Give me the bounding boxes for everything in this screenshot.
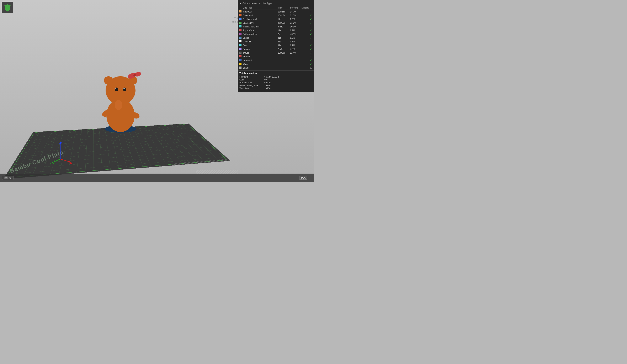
model-thumbnail[interactable] [2,2,13,13]
color-swatch-top-surface [239,29,243,32]
swatch [239,18,242,20]
display-check[interactable]: ✓ [302,55,312,58]
display-check[interactable]: □ [302,66,312,69]
total-cost-row: Cost: 0.48 [239,78,312,81]
color-swatch-overhang-wall [239,18,243,20]
table-row-internal-solid-infill[interactable]: Internal solid infill 9m4s 10.3% ✓ [239,25,313,28]
total-title: Total estimation [239,72,312,74]
table-row-retract[interactable]: Retract ✓ [239,55,313,58]
table-row-unretract[interactable]: Unretract ✓ [239,58,313,62]
color-swatch-outer-wall [239,14,243,17]
display-check[interactable]: ✓ [302,51,312,54]
line-type-toggle[interactable]: ▼ Line Type [259,2,272,4]
svg-line-22 [52,159,60,163]
color-scheme-label: Color scheme [243,2,257,4]
row-percent-bottom-surface: <0.1% [290,33,302,35]
row-label-gap-infill: Gap infill [243,40,278,43]
row-time-overhang-wall: 17s [278,18,290,20]
swatch [239,55,242,57]
svg-text:Z: Z [61,141,62,144]
filament-value: 6.01 m 19.10 g [264,75,312,78]
display-check[interactable]: ✓ [302,33,312,36]
display-check[interactable]: ✓ [302,21,312,24]
display-check[interactable]: ✓ [302,59,312,62]
row-label-bottom-surface: Bottom surface [243,33,278,35]
total-model-print-row: Model printing time: 1h22m [239,84,312,87]
model-3d [100,63,141,134]
display-check[interactable]: ✓ [302,29,312,32]
svg-point-9 [134,71,141,77]
svg-point-5 [105,76,136,104]
svg-point-10 [133,74,136,76]
display-check[interactable]: ✓ [302,44,312,47]
row-label-seams: Seams [243,66,278,69]
table-row-seams[interactable]: Seams □ [239,66,313,70]
svg-line-19 [60,159,71,162]
color-swatch-internal-solid-infill [239,25,243,28]
side-number-2: 69.96 [232,20,238,24]
row-percent-internal-solid-infill: 10.3% [290,25,302,28]
display-check[interactable]: ✓ [302,18,312,21]
cost-value: 0.48 [264,78,312,81]
svg-point-3 [130,111,141,119]
svg-point-28 [8,5,11,7]
row-percent-sparse-infill: 31.2% [290,22,302,24]
swatch [239,37,242,39]
total-filament-row: Filament: 6.01 m 19.10 g [239,75,312,78]
row-label-wipe: Wipe [243,63,278,65]
display-check[interactable]: ✓ [302,25,312,28]
display-check[interactable]: ✓ [302,62,312,65]
side-number-1: 873 [232,17,238,20]
table-row-outer-wall[interactable]: Outer wall 18m45s 21.3% ✓ [239,13,313,17]
axes-indicator: Z X Y [48,140,73,165]
viewport-3d[interactable]: Bambu Cool Plate [0,0,314,182]
color-swatch-sparse-infill [239,22,243,24]
swatch [239,63,242,65]
row-label-custom: Custom [243,48,278,50]
display-check[interactable]: ✓ [302,40,312,43]
svg-rect-4 [115,96,126,102]
table-row-wipe[interactable]: Wipe ✓ [239,62,313,66]
color-swatch-custom [239,48,243,50]
row-time-sparse-infill: 27m33s [278,22,290,24]
display-check[interactable]: ✓ [302,10,312,13]
row-time-inner-wall: 12m58s [278,10,290,13]
table-row-gap-infill[interactable]: Gap infill 31s 0.6% ✓ [239,40,313,44]
table-header-row: Line Type Time Percent Display [239,6,313,10]
table-row-travel[interactable]: Travel 10m56s 12.4% ✓ [239,51,313,55]
svg-point-8 [127,72,137,80]
swatch [239,25,242,27]
svg-point-14 [123,88,125,89]
color-swatch-retract [239,55,243,58]
table-row-bottom-surface[interactable]: Bottom surface 2s <0.1% ✓ [239,32,313,36]
row-percent-bridge: 0.6% [290,37,302,39]
table-row-inner-wall[interactable]: Inner wall 12m58s 14.7% ✓ [239,10,313,13]
swatch [239,33,242,35]
plate-icon: ⊞ [4,176,8,179]
row-label-unretract: Unretract [243,59,278,61]
row-percent-brim: 0.7% [290,44,302,47]
table-row-custom[interactable]: Custom 7m0s 7.9% ✓ [239,47,313,51]
pla-badge[interactable]: PLA [299,176,307,180]
table-row-bridge[interactable]: Bridge 31s 0.6% ✓ [239,36,313,40]
table-row-sparse-infill[interactable]: Sparse infill 27m33s 31.2% ✓ [239,21,313,25]
row-time-bottom-surface: 2s [278,33,290,35]
display-check[interactable]: ✓ [302,14,312,17]
row-label-inner-wall: Inner wall [243,10,278,13]
plate-button[interactable]: ⊞ H3 [2,176,13,180]
table-row-top-surface[interactable]: Top surface 12s 0.2% ✓ [239,28,313,32]
color-scheme-toggle[interactable]: ▼ Color scheme [239,2,257,4]
row-label-top-surface: Top surface [243,29,278,32]
row-label-brim: Brim [243,44,278,47]
display-check[interactable]: ✓ [302,36,312,39]
row-label-outer-wall: Outer wall [243,14,278,17]
svg-point-27 [4,5,6,7]
color-swatch-travel [239,52,243,54]
table-row-brim[interactable]: Brim 37s 0.7% ✓ [239,44,313,47]
display-check[interactable]: ✓ [302,48,312,51]
svg-point-15 [115,100,122,110]
row-percent-travel: 12.4% [290,52,302,54]
swatch [239,10,242,12]
svg-point-7 [128,76,137,85]
table-row-overhang-wall[interactable]: Overhang wall 17s 0.3% ✓ [239,17,313,21]
